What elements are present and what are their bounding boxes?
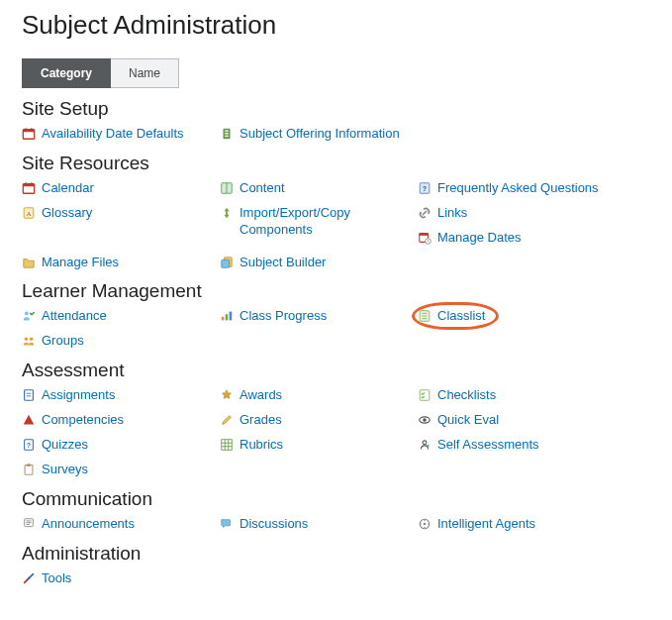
link-attendance[interactable]: Attendance xyxy=(42,308,107,325)
link-class-progress[interactable]: Class Progress xyxy=(240,308,327,325)
link-subject-offering-information[interactable]: Subject Offering Information xyxy=(240,126,400,143)
calendar-icon xyxy=(22,181,36,195)
link-self-assessments[interactable]: Self Assessments xyxy=(437,437,539,454)
tools-icon xyxy=(22,571,36,585)
folder-icon xyxy=(22,256,36,269)
assignments-icon xyxy=(22,388,36,402)
builder-icon xyxy=(220,256,234,269)
eye-icon xyxy=(418,413,432,427)
link-availability-date-defaults[interactable]: Availability Date Defaults xyxy=(42,126,184,143)
section-heading-site-resources: Site Resources xyxy=(22,153,650,174)
groups-icon xyxy=(22,334,36,348)
rubric-icon xyxy=(220,438,234,452)
discussions-icon xyxy=(220,517,234,531)
link-manage-files[interactable]: Manage Files xyxy=(42,255,119,271)
clipboard-icon xyxy=(22,463,36,476)
section-heading-site-setup: Site Setup xyxy=(22,98,650,120)
link-rubrics[interactable]: Rubrics xyxy=(240,437,283,454)
link-discussions[interactable]: Discussions xyxy=(240,516,308,533)
section-heading-communication: Communication xyxy=(22,488,650,510)
link-glossary[interactable]: Glossary xyxy=(42,205,92,222)
link-grades[interactable]: Grades xyxy=(240,412,282,429)
link-checklists[interactable]: Checklists xyxy=(437,387,496,404)
link-announcements[interactable]: Announcements xyxy=(42,516,135,533)
section-heading-administration: Administration xyxy=(22,543,650,565)
link-quizzes[interactable]: Quizzes xyxy=(42,437,88,454)
link-quick-eval[interactable]: Quick Eval xyxy=(437,412,499,429)
link-tools[interactable]: Tools xyxy=(42,570,71,587)
list-icon xyxy=(418,309,432,323)
agent-icon xyxy=(418,517,432,531)
section-heading-learner-management: Learner Management xyxy=(22,280,650,302)
link-icon xyxy=(418,206,432,220)
link-content[interactable]: Content xyxy=(240,180,285,197)
tab-category[interactable]: Category xyxy=(22,58,111,88)
calendar-icon xyxy=(22,127,36,141)
link-faq[interactable]: Frequently Asked Questions xyxy=(437,180,599,197)
link-awards[interactable]: Awards xyxy=(240,387,282,404)
checklist-icon xyxy=(418,388,432,402)
link-calendar[interactable]: Calendar xyxy=(42,180,94,197)
competencies-icon xyxy=(22,413,36,427)
link-competencies[interactable]: Competencies xyxy=(42,412,124,429)
link-assignments[interactable]: Assignments xyxy=(42,387,115,404)
tab-name[interactable]: Name xyxy=(111,58,179,88)
attendance-icon xyxy=(22,309,36,323)
link-intelligent-agents[interactable]: Intelligent Agents xyxy=(437,516,535,533)
quiz-icon xyxy=(22,438,36,452)
book-icon xyxy=(220,181,234,195)
import-export-icon xyxy=(220,206,234,220)
info-icon xyxy=(220,127,234,141)
glossary-icon xyxy=(22,206,36,220)
announcements-icon xyxy=(22,517,36,531)
self-assessment-icon xyxy=(418,438,432,452)
link-classlist[interactable]: Classlist xyxy=(437,308,485,325)
link-surveys[interactable]: Surveys xyxy=(42,462,88,478)
link-import-export-copy[interactable]: Import/Export/Copy Components xyxy=(240,205,408,239)
view-tabs: Category Name xyxy=(22,58,650,88)
link-groups[interactable]: Groups xyxy=(42,333,84,350)
link-links[interactable]: Links xyxy=(437,205,467,222)
progress-icon xyxy=(220,309,234,323)
faq-icon xyxy=(418,181,432,195)
link-subject-builder[interactable]: Subject Builder xyxy=(240,255,326,271)
link-manage-dates[interactable]: Manage Dates xyxy=(437,230,522,247)
award-icon xyxy=(220,388,234,402)
section-heading-assessment: Assessment xyxy=(22,360,650,381)
page-title: Subject Administration xyxy=(22,10,650,41)
manage-dates-icon xyxy=(418,231,432,245)
pencil-icon xyxy=(220,413,234,427)
